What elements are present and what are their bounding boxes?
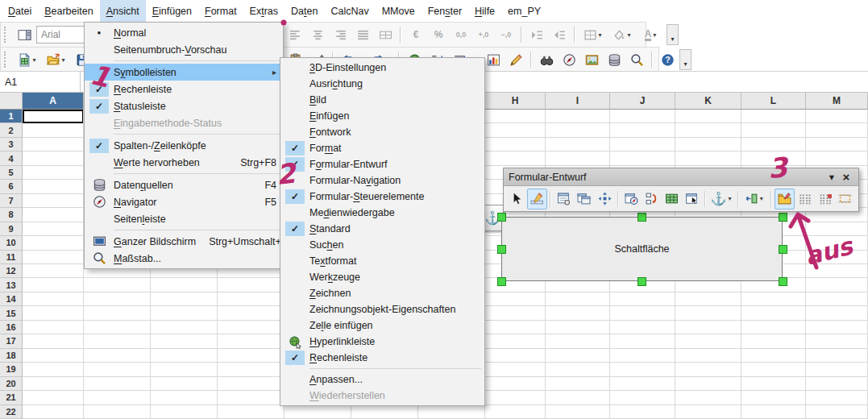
menu-item-ausrichtung[interactable]: Ausrichtung — [280, 76, 484, 92]
navigator-button[interactable] — [559, 49, 579, 70]
row-header-20[interactable]: 20 — [0, 377, 23, 391]
menu-item-formular-navigation[interactable]: Formular-Navigation — [280, 172, 484, 189]
borders-button[interactable]: ▾ — [579, 24, 607, 45]
select-all-corner[interactable] — [0, 93, 23, 110]
selection-handle[interactable] — [779, 277, 787, 286]
menu-item-seitenumbruch-vorschau[interactable]: Seitenumbruch-Vorschau — [85, 41, 283, 58]
selection-handle[interactable] — [779, 213, 787, 222]
new-document-button[interactable]: ▾ — [14, 49, 41, 70]
open-in-design-mode-button[interactable] — [775, 189, 795, 210]
selection-handle[interactable] — [497, 277, 506, 286]
helplines-while-moving-button[interactable] — [835, 189, 855, 210]
delete-decimal-button[interactable]: −,0 — [496, 24, 517, 45]
row-header-4[interactable]: 4 — [0, 151, 23, 165]
align-justify-button[interactable] — [352, 24, 373, 45]
dropdown-arrow-icon[interactable]: ▾ — [60, 56, 67, 64]
menubar-item-einf-gen[interactable]: Einfügen — [146, 0, 198, 22]
menu-item-einf-gen[interactable]: Einfügen — [280, 108, 484, 124]
menubar-item-bearbeiten[interactable]: Bearbeiten — [38, 0, 99, 22]
menu-item-symbolleisten[interactable]: Symbolleisten▸ — [85, 64, 283, 81]
menu-item-statusleiste[interactable]: ✓Statusleiste — [85, 97, 283, 114]
selection-handle[interactable] — [497, 245, 506, 254]
form-push-button[interactable]: Schaltfläche — [501, 217, 783, 281]
menu-item-rechenleiste[interactable]: ✓Rechenleiste — [280, 350, 484, 366]
merge-cells-button[interactable] — [375, 24, 396, 45]
background-color-button[interactable]: ▾ — [608, 24, 636, 45]
menu-item-standard[interactable]: ✓Standard — [280, 221, 484, 237]
alignment-button[interactable]: ▾ — [741, 189, 768, 210]
row-header-13[interactable]: 13 — [0, 278, 23, 292]
row-header-8[interactable]: 8 — [0, 208, 23, 222]
selection-handle[interactable] — [497, 213, 506, 222]
menubar-item-em-py[interactable]: em_PY — [501, 0, 547, 22]
toolbar-grip[interactable] — [4, 27, 10, 43]
menu-item-bild[interactable]: Bild — [280, 92, 484, 108]
add-field-button[interactable] — [662, 189, 682, 210]
standard-format-button[interactable]: 0,0 — [451, 24, 471, 45]
menu-item-datenquellen[interactable]: DatenquellenF4 — [85, 176, 283, 193]
help-button[interactable]: ? — [657, 49, 678, 70]
align-left-button[interactable] — [284, 24, 305, 45]
increase-indent-button[interactable] — [526, 24, 547, 45]
activation-order-button[interactable] — [642, 189, 662, 210]
menu-item-werkzeuge[interactable]: Werkzeuge — [280, 269, 484, 285]
menubar-item-extras[interactable]: Extras — [243, 0, 284, 22]
find-replace-button[interactable] — [536, 49, 557, 70]
snap-to-grid-button[interactable]: ⣿⣿ — [815, 189, 835, 210]
toolbar-overflow-button[interactable]: ▾ — [667, 24, 679, 45]
toolbar-overflow-button[interactable]: ▾ — [679, 49, 691, 70]
menu-item-werte-hervorheben[interactable]: Werte hervorhebenStrg+F8 — [85, 154, 283, 171]
column-header-m[interactable]: M — [806, 93, 868, 110]
row-header-7[interactable]: 7 — [0, 194, 23, 208]
menu-item-zelle-einf-gen[interactable]: Zelle einfügen — [280, 317, 484, 334]
menu-item-zeichnungsobjekt-eigenschaften[interactable]: Zeichnungsobjekt-Eigenschaften — [280, 301, 484, 317]
menu-item-seitenleiste[interactable]: Seitenleiste — [85, 210, 283, 227]
dropdown-arrow-icon[interactable]: ▾ — [651, 31, 658, 39]
menu-item-textformat[interactable]: Textformat — [280, 253, 484, 269]
anchor-button[interactable]: ⚓▾ — [708, 189, 735, 210]
close-icon[interactable]: × — [839, 170, 853, 184]
menu-item-zeichnen[interactable]: Zeichnen — [280, 285, 484, 301]
design-mode-button[interactable] — [527, 189, 547, 210]
menu-item-formular-entwurf[interactable]: ✓Formular-Entwurf — [280, 156, 484, 172]
menu-item-anpassen[interactable]: Anpassen... — [280, 371, 484, 388]
menubar-item-hilfe[interactable]: Hilfe — [468, 0, 501, 22]
row-header-14[interactable]: 14 — [0, 292, 23, 306]
menubar-item-daten[interactable]: Daten — [284, 0, 324, 22]
sidebar-button[interactable] — [14, 24, 35, 45]
column-header-a[interactable]: A — [23, 93, 84, 110]
selection-handle[interactable] — [779, 245, 787, 254]
selection-handle[interactable] — [638, 277, 646, 286]
menu-item-formular-steuerelemente[interactable]: ✓Formular-Steuerelemente — [280, 189, 484, 205]
select-button[interactable] — [507, 189, 527, 210]
column-header-j[interactable]: J — [610, 93, 675, 110]
dropdown-arrow-icon[interactable]: ▾ — [626, 31, 633, 39]
row-header-6[interactable]: 6 — [0, 180, 23, 193]
row-header-15[interactable]: 15 — [0, 306, 23, 320]
column-header-l[interactable]: L — [741, 93, 806, 110]
row-header-18[interactable]: 18 — [0, 349, 23, 363]
automatic-control-focus-button[interactable] — [682, 189, 702, 210]
display-grid-button[interactable]: ⣿⣿ — [795, 189, 815, 210]
control-properties-button[interactable] — [554, 189, 574, 210]
menu-item-rechenleiste[interactable]: ✓Rechenleiste — [85, 81, 283, 97]
menubar-item-ansicht[interactable]: Ansicht — [100, 0, 146, 22]
gallery-button[interactable] — [581, 49, 602, 70]
open-file-button[interactable]: ▾ — [43, 49, 70, 70]
menu-item-ganzer-bildschirm[interactable]: Ganzer BildschirmStrg+Umschalt+J — [85, 233, 283, 250]
font-color-button[interactable]: A▾ — [638, 24, 665, 45]
dropdown-arrow-icon[interactable]: ▾ — [31, 56, 38, 64]
toolbar-title-bar[interactable]: Formular-Entwurf ▾ × — [504, 168, 858, 186]
row-header-3[interactable]: 3 — [0, 138, 23, 151]
column-header-h[interactable]: H — [485, 93, 546, 110]
percent-format-button[interactable]: % — [428, 24, 449, 45]
row-header-12[interactable]: 12 — [0, 264, 23, 278]
row-header-2[interactable]: 2 — [0, 123, 23, 137]
column-header-k[interactable]: K — [675, 93, 741, 110]
menu-item-fontwork[interactable]: Fontwork — [280, 124, 484, 140]
cell-cursor-a1[interactable] — [23, 110, 84, 123]
row-header-9[interactable]: 9 — [0, 222, 23, 236]
data-sources-button[interactable] — [604, 49, 625, 70]
menu-item-hyperlinkleiste[interactable]: Hyperlinkleiste — [280, 334, 484, 350]
menubar-item-datei[interactable]: Datei — [2, 0, 38, 22]
